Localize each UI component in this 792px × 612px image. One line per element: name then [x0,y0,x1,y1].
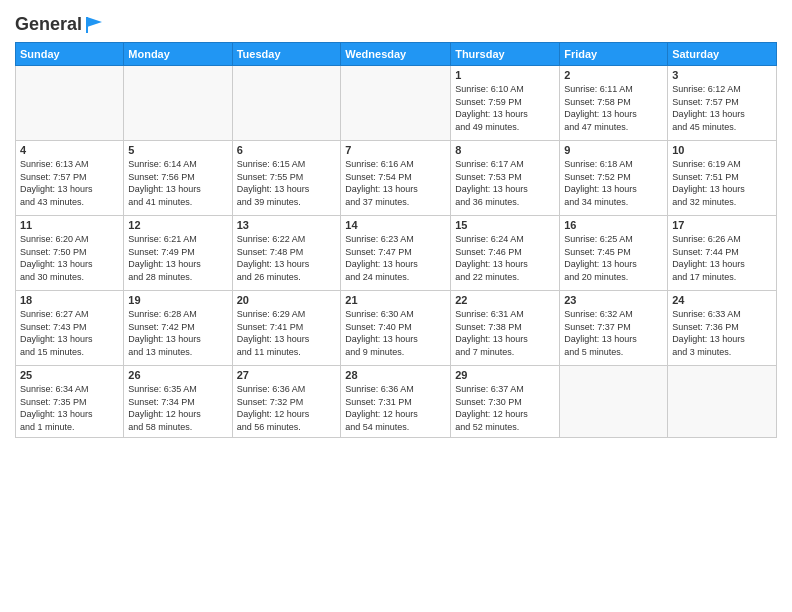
day-number: 28 [345,369,446,381]
day-number: 13 [237,219,337,231]
calendar-cell: 2Sunrise: 6:11 AM Sunset: 7:58 PM Daylig… [560,66,668,141]
day-number: 15 [455,219,555,231]
day-info: Sunrise: 6:35 AM Sunset: 7:34 PM Dayligh… [128,383,227,433]
calendar-cell: 6Sunrise: 6:15 AM Sunset: 7:55 PM Daylig… [232,141,341,216]
day-info: Sunrise: 6:10 AM Sunset: 7:59 PM Dayligh… [455,83,555,133]
logo: General [15,14,132,36]
calendar-cell [560,366,668,437]
day-number: 24 [672,294,772,306]
calendar-cell: 23Sunrise: 6:32 AM Sunset: 7:37 PM Dayli… [560,291,668,366]
calendar-cell: 25Sunrise: 6:34 AM Sunset: 7:35 PM Dayli… [16,366,124,437]
header: General [15,10,777,36]
calendar-cell [232,66,341,141]
day-number: 23 [564,294,663,306]
day-number: 3 [672,69,772,81]
day-number: 19 [128,294,227,306]
calendar-cell: 13Sunrise: 6:22 AM Sunset: 7:48 PM Dayli… [232,216,341,291]
day-info: Sunrise: 6:16 AM Sunset: 7:54 PM Dayligh… [345,158,446,208]
logo-flag-icon [84,14,106,36]
calendar-table: SundayMondayTuesdayWednesdayThursdayFrid… [15,42,777,437]
day-number: 26 [128,369,227,381]
day-number: 21 [345,294,446,306]
calendar-cell: 15Sunrise: 6:24 AM Sunset: 7:46 PM Dayli… [451,216,560,291]
calendar-cell: 14Sunrise: 6:23 AM Sunset: 7:47 PM Dayli… [341,216,451,291]
calendar-week-2: 4Sunrise: 6:13 AM Sunset: 7:57 PM Daylig… [16,141,777,216]
calendar-cell: 1Sunrise: 6:10 AM Sunset: 7:59 PM Daylig… [451,66,560,141]
calendar-header-monday: Monday [124,43,232,66]
day-info: Sunrise: 6:31 AM Sunset: 7:38 PM Dayligh… [455,308,555,358]
calendar-week-5: 25Sunrise: 6:34 AM Sunset: 7:35 PM Dayli… [16,366,777,437]
day-info: Sunrise: 6:27 AM Sunset: 7:43 PM Dayligh… [20,308,119,358]
calendar-header-friday: Friday [560,43,668,66]
calendar-cell: 28Sunrise: 6:36 AM Sunset: 7:31 PM Dayli… [341,366,451,437]
calendar-week-1: 1Sunrise: 6:10 AM Sunset: 7:59 PM Daylig… [16,66,777,141]
calendar-week-4: 18Sunrise: 6:27 AM Sunset: 7:43 PM Dayli… [16,291,777,366]
logo-wordmark: General [15,14,108,36]
day-info: Sunrise: 6:28 AM Sunset: 7:42 PM Dayligh… [128,308,227,358]
day-number: 14 [345,219,446,231]
day-number: 12 [128,219,227,231]
day-number: 27 [237,369,337,381]
calendar-cell: 12Sunrise: 6:21 AM Sunset: 7:49 PM Dayli… [124,216,232,291]
day-info: Sunrise: 6:18 AM Sunset: 7:52 PM Dayligh… [564,158,663,208]
svg-marker-0 [87,17,102,27]
calendar-cell [668,366,777,437]
day-info: Sunrise: 6:37 AM Sunset: 7:30 PM Dayligh… [455,383,555,433]
calendar-cell: 24Sunrise: 6:33 AM Sunset: 7:36 PM Dayli… [668,291,777,366]
calendar-cell: 8Sunrise: 6:17 AM Sunset: 7:53 PM Daylig… [451,141,560,216]
day-number: 17 [672,219,772,231]
calendar-cell: 11Sunrise: 6:20 AM Sunset: 7:50 PM Dayli… [16,216,124,291]
calendar-cell: 3Sunrise: 6:12 AM Sunset: 7:57 PM Daylig… [668,66,777,141]
day-info: Sunrise: 6:34 AM Sunset: 7:35 PM Dayligh… [20,383,119,433]
calendar-cell: 19Sunrise: 6:28 AM Sunset: 7:42 PM Dayli… [124,291,232,366]
day-info: Sunrise: 6:14 AM Sunset: 7:56 PM Dayligh… [128,158,227,208]
day-number: 8 [455,144,555,156]
calendar-cell [341,66,451,141]
calendar-cell: 29Sunrise: 6:37 AM Sunset: 7:30 PM Dayli… [451,366,560,437]
calendar-cell: 27Sunrise: 6:36 AM Sunset: 7:32 PM Dayli… [232,366,341,437]
calendar-cell: 22Sunrise: 6:31 AM Sunset: 7:38 PM Dayli… [451,291,560,366]
day-info: Sunrise: 6:22 AM Sunset: 7:48 PM Dayligh… [237,233,337,283]
day-number: 6 [237,144,337,156]
day-number: 2 [564,69,663,81]
svg-rect-1 [86,17,88,33]
day-info: Sunrise: 6:15 AM Sunset: 7:55 PM Dayligh… [237,158,337,208]
day-info: Sunrise: 6:36 AM Sunset: 7:31 PM Dayligh… [345,383,446,433]
calendar-cell [16,66,124,141]
calendar-cell: 5Sunrise: 6:14 AM Sunset: 7:56 PM Daylig… [124,141,232,216]
day-info: Sunrise: 6:30 AM Sunset: 7:40 PM Dayligh… [345,308,446,358]
day-info: Sunrise: 6:36 AM Sunset: 7:32 PM Dayligh… [237,383,337,433]
calendar-header-row: SundayMondayTuesdayWednesdayThursdayFrid… [16,43,777,66]
day-info: Sunrise: 6:13 AM Sunset: 7:57 PM Dayligh… [20,158,119,208]
day-info: Sunrise: 6:20 AM Sunset: 7:50 PM Dayligh… [20,233,119,283]
day-number: 4 [20,144,119,156]
calendar-cell: 16Sunrise: 6:25 AM Sunset: 7:45 PM Dayli… [560,216,668,291]
day-number: 11 [20,219,119,231]
day-info: Sunrise: 6:19 AM Sunset: 7:51 PM Dayligh… [672,158,772,208]
day-info: Sunrise: 6:12 AM Sunset: 7:57 PM Dayligh… [672,83,772,133]
calendar-cell [124,66,232,141]
calendar-header-wednesday: Wednesday [341,43,451,66]
calendar-cell: 20Sunrise: 6:29 AM Sunset: 7:41 PM Dayli… [232,291,341,366]
day-info: Sunrise: 6:33 AM Sunset: 7:36 PM Dayligh… [672,308,772,358]
day-info: Sunrise: 6:29 AM Sunset: 7:41 PM Dayligh… [237,308,337,358]
day-number: 25 [20,369,119,381]
calendar-week-3: 11Sunrise: 6:20 AM Sunset: 7:50 PM Dayli… [16,216,777,291]
day-info: Sunrise: 6:21 AM Sunset: 7:49 PM Dayligh… [128,233,227,283]
day-info: Sunrise: 6:26 AM Sunset: 7:44 PM Dayligh… [672,233,772,283]
day-number: 29 [455,369,555,381]
calendar-cell: 18Sunrise: 6:27 AM Sunset: 7:43 PM Dayli… [16,291,124,366]
day-info: Sunrise: 6:25 AM Sunset: 7:45 PM Dayligh… [564,233,663,283]
logo-general: General [15,14,82,34]
day-info: Sunrise: 6:11 AM Sunset: 7:58 PM Dayligh… [564,83,663,133]
day-number: 1 [455,69,555,81]
day-number: 18 [20,294,119,306]
day-number: 9 [564,144,663,156]
calendar-header-tuesday: Tuesday [232,43,341,66]
calendar-header-sunday: Sunday [16,43,124,66]
day-number: 22 [455,294,555,306]
calendar-cell: 4Sunrise: 6:13 AM Sunset: 7:57 PM Daylig… [16,141,124,216]
day-info: Sunrise: 6:17 AM Sunset: 7:53 PM Dayligh… [455,158,555,208]
calendar-cell: 21Sunrise: 6:30 AM Sunset: 7:40 PM Dayli… [341,291,451,366]
day-number: 16 [564,219,663,231]
